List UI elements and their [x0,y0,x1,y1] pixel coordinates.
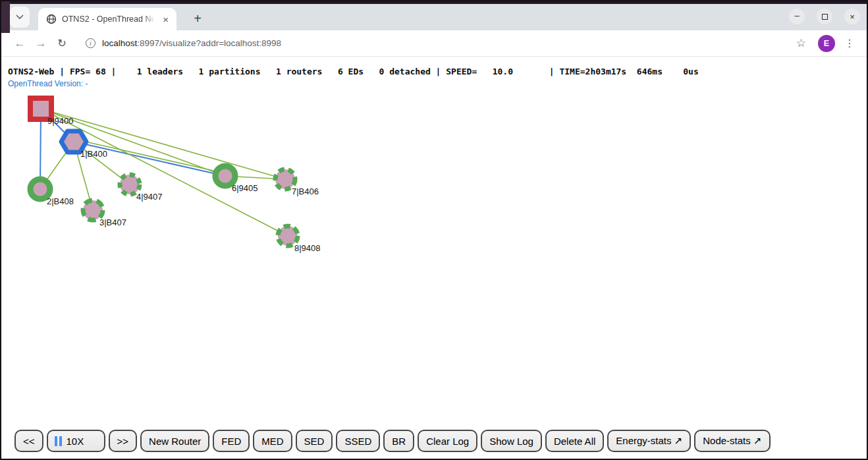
minimize-button[interactable]: – [789,9,805,24]
bookmark-star-icon[interactable]: ☆ [791,36,811,50]
show-log-button-label: Show Log [489,436,533,447]
maximize-button[interactable] [817,9,832,24]
new-router-button[interactable]: New Router [140,430,209,452]
energy-stats-button[interactable]: Energy-stats ↗ [607,430,691,452]
browser-menu-icon[interactable]: ⋮ [842,37,857,49]
browser-tab[interactable]: OTNS2 - OpenThread Ne × [38,8,176,30]
energy-stats-button-label: Energy-stats ↗ [616,435,682,447]
new-tab-button[interactable]: + [188,9,207,28]
window-corner [1,1,10,33]
omnibox[interactable]: i localhost:8997/visualize?addr=localhos… [74,38,788,48]
br-button[interactable]: BR [383,430,414,452]
graph-node-label-6: 6|9405 [232,183,258,193]
new-router-button-label: New Router [149,436,201,447]
speed-down-button[interactable]: << [14,430,43,452]
network-canvas: 9|94001|B4002|B4083|B4074|94076|94057|B4… [1,57,868,426]
graph-node-3-end-device[interactable] [83,200,103,220]
graph-node-label-1: 1|B400 [80,149,107,159]
graph-node-1-router[interactable] [61,131,86,152]
graph-node-7-end-device[interactable] [275,169,295,189]
close-button[interactable]: × [844,9,860,24]
speed-button-label: 10X [67,436,84,447]
tab-search-button[interactable] [10,7,30,28]
simulation-status: OTNS2-Web | FPS= 68 | 1 leaders 1 partit… [8,67,699,76]
window-controls: – × [789,9,860,24]
graph-edge-1-6 [74,139,225,173]
maximize-icon [822,14,828,20]
graph-node-label-3: 3|B407 [99,217,126,227]
ssed-button-label: SSED [344,436,371,447]
url-host: localhost [102,38,137,48]
graph-node-2-end-device[interactable] [30,179,50,199]
delete-all-button[interactable]: Delete All [545,430,604,452]
graph-node-9-leader[interactable] [30,98,51,119]
sed-button-label: SED [304,436,325,447]
graph-node-label-8: 8|9408 [294,243,321,253]
graph-node-4-end-device[interactable] [120,175,140,194]
delete-all-button-label: Delete All [554,436,595,447]
openthread-version: OpenThread Version: - [8,79,88,88]
profile-avatar[interactable]: E [818,35,835,52]
url-path: :8997/visualize?addr=localhost:8998 [137,38,281,48]
graph-node-6-end-device[interactable] [215,166,235,186]
fed-button-label: FED [221,436,241,447]
node-stats-button-label: Node-stats ↗ [703,435,761,447]
back-icon[interactable]: ← [11,34,29,53]
br-button-label: BR [392,436,406,447]
graph-edge-9-8 [41,109,288,236]
sed-button[interactable]: SED [296,430,333,452]
show-log-button[interactable]: Show Log [481,430,542,452]
reload-icon[interactable]: ↻ [53,34,71,53]
url-bar: ← → ↻ i localhost:8997/visualize?addr=lo… [1,30,867,57]
chevron-down-icon [16,14,24,20]
info-icon[interactable]: i [86,38,95,48]
ssed-button[interactable]: SSED [336,430,380,452]
speed-up-button[interactable]: >> [109,430,138,452]
fed-button[interactable]: FED [213,430,250,452]
speed-up-button-label: >> [117,436,129,447]
graph-node-8-end-device[interactable] [278,226,298,246]
globe-favicon [46,14,57,24]
med-button-label: MED [261,436,283,447]
visualizer-page: OTNS2-Web | FPS= 68 | 1 leaders 1 partit… [1,57,867,458]
pause-icon [55,436,62,446]
graph-node-label-7: 7|B406 [292,187,319,196]
clear-log-button-label: Clear Log [426,436,469,447]
graph-edge-1-6 [74,142,225,176]
tab-title: OTNS2 - OpenThread Ne [62,14,155,24]
forward-icon[interactable]: → [32,34,50,53]
speed-button[interactable]: 10X [47,430,105,452]
clear-log-button[interactable]: Clear Log [418,430,477,452]
med-button[interactable]: MED [253,430,292,452]
url-text[interactable]: localhost:8997/visualize?addr=localhost:… [102,38,281,48]
graph-node-label-4: 4|9407 [136,192,163,202]
speed-down-button-label: << [23,436,35,447]
node-stats-button[interactable]: Node-stats ↗ [694,430,770,452]
toolbar: <<10X>>New RouterFEDMEDSEDSSEDBRClear Lo… [14,430,771,452]
tab-close-icon[interactable]: × [160,13,171,26]
graph-node-label-2: 2|B408 [47,196,74,206]
tab-strip: OTNS2 - OpenThread Ne × + – × [1,4,867,30]
